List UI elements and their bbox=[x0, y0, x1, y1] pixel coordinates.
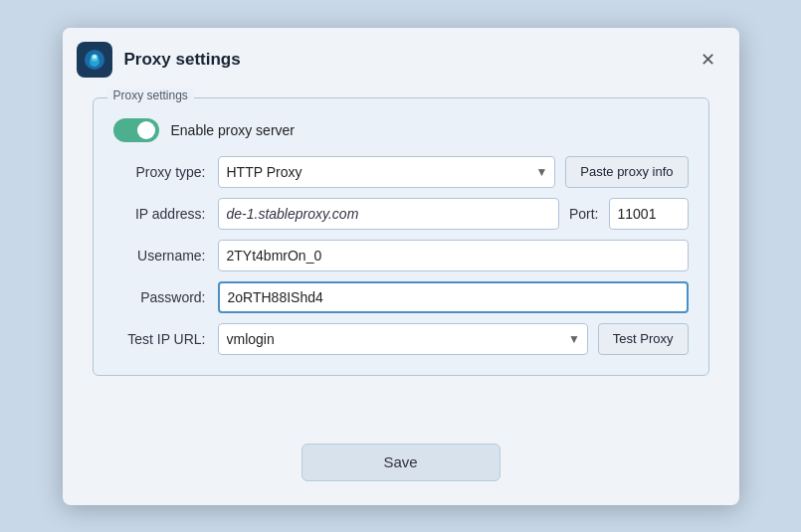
port-input[interactable] bbox=[609, 198, 689, 230]
save-button[interactable]: Save bbox=[301, 443, 501, 481]
app-logo bbox=[77, 42, 112, 78]
dialog-footer: Save bbox=[63, 443, 739, 505]
password-row: Password: bbox=[113, 281, 689, 313]
test-ip-url-select[interactable]: vmlogin ipinfo.io api.ipify.org bbox=[218, 323, 588, 355]
proxy-type-row: Proxy type: HTTP Proxy SOCKS4 SOCKS5 ▼ P… bbox=[113, 156, 689, 188]
proxy-type-select-wrapper: HTTP Proxy SOCKS4 SOCKS5 ▼ bbox=[218, 156, 556, 188]
enable-proxy-toggle[interactable] bbox=[113, 118, 159, 142]
test-ip-url-row: Test IP URL: vmlogin ipinfo.io api.ipify… bbox=[113, 323, 689, 355]
title-bar: Proxy settings ✕ bbox=[63, 28, 739, 88]
enable-proxy-label: Enable proxy server bbox=[171, 122, 296, 138]
svg-point-3 bbox=[93, 55, 97, 59]
proxy-type-label: Proxy type: bbox=[113, 164, 218, 180]
test-proxy-button[interactable]: Test Proxy bbox=[598, 323, 689, 355]
dialog-title: Proxy settings bbox=[124, 50, 683, 70]
password-input[interactable] bbox=[218, 281, 689, 313]
port-label: Port: bbox=[559, 206, 609, 222]
proxy-settings-dialog: Proxy settings ✕ Proxy settings Enable p… bbox=[63, 28, 739, 505]
paste-proxy-info-button[interactable]: Paste proxy info bbox=[565, 156, 688, 188]
test-ip-url-label: Test IP URL: bbox=[113, 331, 218, 347]
toggle-row: Enable proxy server bbox=[113, 118, 689, 142]
username-label: Username: bbox=[113, 248, 218, 264]
ip-port-row: IP address: Port: bbox=[113, 198, 689, 230]
proxy-type-select[interactable]: HTTP Proxy SOCKS4 SOCKS5 bbox=[218, 156, 556, 188]
fieldset-legend: Proxy settings bbox=[107, 89, 194, 102]
username-input[interactable] bbox=[218, 240, 689, 271]
proxy-settings-fieldset: Proxy settings Enable proxy server Proxy… bbox=[93, 97, 709, 376]
test-ip-url-select-wrapper: vmlogin ipinfo.io api.ipify.org ▼ bbox=[218, 323, 588, 355]
username-row: Username: bbox=[113, 240, 689, 271]
close-button[interactable]: ✕ bbox=[695, 47, 721, 73]
ip-address-input[interactable] bbox=[218, 198, 559, 230]
password-label: Password: bbox=[113, 289, 218, 305]
ip-address-label: IP address: bbox=[113, 206, 218, 222]
dialog-body: Proxy settings Enable proxy server Proxy… bbox=[63, 88, 739, 443]
